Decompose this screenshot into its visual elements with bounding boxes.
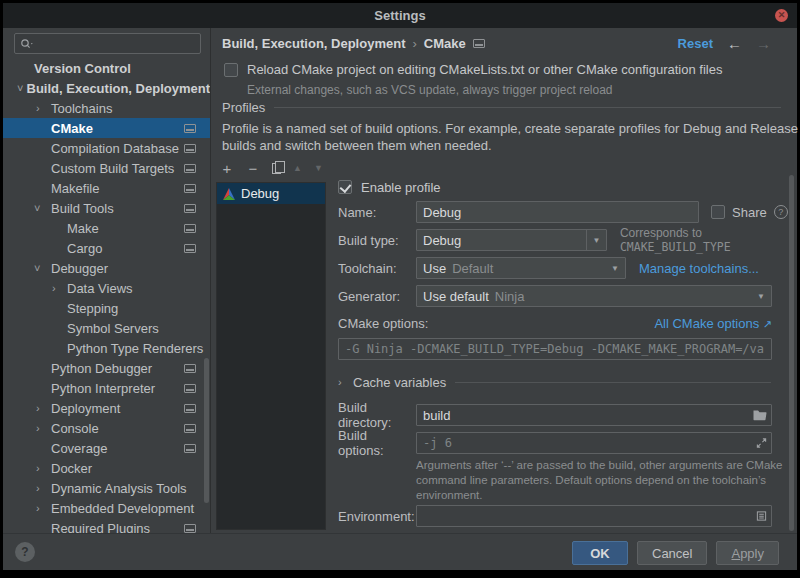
reset-link[interactable]: Reset bbox=[678, 36, 713, 51]
breadcrumb-part-1[interactable]: Build, Execution, Deployment bbox=[222, 36, 405, 51]
breadcrumb-part-2: CMake bbox=[424, 36, 466, 51]
share-help-icon[interactable]: ? bbox=[774, 205, 788, 219]
cache-variables-row[interactable]: › Cache variables bbox=[338, 372, 771, 392]
build-options-label: Build options: bbox=[338, 428, 416, 458]
chevron-down-icon: ▼ bbox=[586, 230, 606, 250]
manage-toolchains-link[interactable]: Manage toolchains... bbox=[639, 261, 759, 276]
chevron-down-icon: ▼ bbox=[605, 258, 625, 278]
chevron-right-icon: › bbox=[338, 376, 353, 388]
dialog-buttons: OK Cancel Apply bbox=[572, 541, 779, 565]
sidebar-item-embedded-development[interactable]: ›Embedded Development bbox=[3, 498, 210, 518]
chevron-right-icon: › bbox=[36, 502, 51, 514]
sidebar-item-coverage[interactable]: Coverage bbox=[3, 438, 210, 458]
cmake-options-field[interactable] bbox=[338, 338, 772, 360]
environment-label: Environment: bbox=[338, 509, 416, 524]
sidebar-item-cmake[interactable]: CMake bbox=[3, 118, 210, 138]
profiles-section-title: Profiles bbox=[222, 100, 265, 115]
build-options-field[interactable] bbox=[416, 432, 772, 454]
folder-icon[interactable] bbox=[753, 410, 767, 421]
name-field[interactable] bbox=[416, 201, 699, 223]
reload-cmake-checkbox[interactable] bbox=[224, 63, 238, 77]
sidebar-item-toolchains[interactable]: ›Toolchains bbox=[3, 98, 210, 118]
profile-name: Debug bbox=[241, 186, 279, 201]
sidebar-item-deployment[interactable]: ›Deployment bbox=[3, 398, 210, 418]
cmake-icon bbox=[223, 188, 235, 200]
sidebar-item-make[interactable]: Make bbox=[3, 218, 210, 238]
screen-icon bbox=[184, 144, 196, 153]
history-nav: Reset ← → bbox=[678, 32, 771, 54]
search-input[interactable] bbox=[14, 33, 201, 54]
content-scrollbar[interactable] bbox=[789, 175, 794, 531]
screen-icon bbox=[184, 204, 196, 213]
sidebar-item-cargo[interactable]: Cargo bbox=[3, 238, 210, 258]
cmake-options-label: CMake options: bbox=[338, 316, 428, 331]
build-options-hint: Arguments after ‘--’ are passed to the b… bbox=[416, 458, 788, 503]
build-type-select[interactable]: Debug ▼ bbox=[416, 229, 607, 251]
toolchain-select[interactable]: Use Default ▼ bbox=[416, 257, 626, 279]
remove-profile-button[interactable]: − bbox=[246, 161, 260, 176]
variables-list-icon[interactable] bbox=[756, 511, 767, 522]
copy-profile-button[interactable] bbox=[272, 163, 281, 174]
cmake-build-type-code: CMAKE_BUILD_TYPE bbox=[620, 240, 731, 254]
environment-field[interactable] bbox=[416, 505, 772, 527]
move-up-button: ▲ bbox=[293, 163, 302, 173]
generator-row: Generator: Use default Ninja ▼ bbox=[338, 285, 772, 307]
sidebar-item-python-debugger[interactable]: Python Debugger bbox=[3, 358, 210, 378]
profiles-section-header: Profiles bbox=[222, 100, 781, 115]
sidebar-item-debugger[interactable]: ˅Debugger bbox=[3, 258, 210, 278]
environment-wrap bbox=[416, 505, 772, 527]
add-profile-button[interactable]: + bbox=[220, 161, 234, 176]
chevron-right-icon: › bbox=[36, 102, 51, 114]
share-checkbox[interactable] bbox=[711, 205, 725, 219]
sidebar-item-docker[interactable]: ›Docker bbox=[3, 458, 210, 478]
cache-variables-label: Cache variables bbox=[353, 375, 446, 390]
sidebar-item-stepping[interactable]: Stepping bbox=[3, 298, 210, 318]
sidebar-item-python-type-renderers[interactable]: Python Type Renderers bbox=[3, 338, 210, 358]
reload-hint: External changes, such as VCS update, al… bbox=[247, 83, 613, 97]
sidebar-item-data-views[interactable]: ›Data Views bbox=[3, 278, 210, 298]
sidebar-item-custom-build-targets[interactable]: Custom Build Targets bbox=[3, 158, 210, 178]
chevron-right-icon: › bbox=[52, 282, 67, 294]
build-options-wrap bbox=[416, 432, 772, 454]
cmake-options-header: CMake options: All CMake options ↗ bbox=[338, 314, 772, 332]
toolchain-value: Default bbox=[452, 261, 493, 276]
sidebar-item-build-tools[interactable]: ˅Build Tools bbox=[3, 198, 210, 218]
profile-list-item-debug[interactable]: Debug bbox=[217, 183, 325, 204]
build-directory-field[interactable] bbox=[416, 404, 772, 426]
sidebar-item-compilation-database[interactable]: Compilation Database bbox=[3, 138, 210, 158]
back-arrow-icon[interactable]: ← bbox=[727, 35, 742, 52]
sidebar-item-python-interpreter[interactable]: Python Interpreter bbox=[3, 378, 210, 398]
screen-icon bbox=[184, 244, 196, 253]
sidebar-item-dynamic-analysis-tools[interactable]: ›Dynamic Analysis Tools bbox=[3, 478, 210, 498]
close-icon[interactable]: ✕ bbox=[775, 9, 788, 22]
window-title: Settings bbox=[374, 8, 425, 23]
chevron-right-icon: › bbox=[36, 402, 51, 414]
apply-button[interactable]: Apply bbox=[716, 541, 779, 565]
reload-cmake-label: Reload CMake project on editing CMakeLis… bbox=[247, 62, 722, 77]
toolchain-label: Toolchain: bbox=[338, 261, 416, 276]
environment-row: Environment: bbox=[338, 505, 772, 527]
cancel-button[interactable]: Cancel bbox=[637, 541, 707, 565]
sidebar-scrollbar[interactable] bbox=[204, 358, 209, 503]
titlebar: Settings ✕ bbox=[3, 3, 797, 28]
expand-icon[interactable] bbox=[756, 438, 767, 449]
screen-icon bbox=[473, 39, 485, 48]
external-link-icon: ↗ bbox=[763, 318, 772, 330]
screen-icon bbox=[184, 224, 196, 233]
all-cmake-options-link[interactable]: All CMake options ↗ bbox=[654, 316, 772, 331]
sidebar-item-console[interactable]: ›Console bbox=[3, 418, 210, 438]
sidebar-item-makefile[interactable]: Makefile bbox=[3, 178, 210, 198]
chevron-right-icon: › bbox=[36, 482, 51, 494]
sidebar-item-version-control[interactable]: Version Control bbox=[3, 58, 210, 78]
screen-icon bbox=[184, 404, 196, 413]
sidebar-item-symbol-servers[interactable]: Symbol Servers bbox=[3, 318, 210, 338]
ok-button[interactable]: OK bbox=[572, 541, 628, 565]
sidebar-item-required-plugins[interactable]: Required Plugins bbox=[3, 518, 210, 533]
name-label: Name: bbox=[338, 205, 416, 220]
chevron-right-icon: › bbox=[36, 462, 51, 474]
build-directory-row: Build directory: bbox=[338, 404, 772, 426]
sidebar-item-build-execution-deployment[interactable]: ˅Build, Execution, Deployment bbox=[3, 78, 210, 98]
help-icon[interactable]: ? bbox=[15, 542, 35, 562]
generator-select[interactable]: Use default Ninja ▼ bbox=[416, 285, 772, 307]
enable-profile-checkbox[interactable] bbox=[338, 180, 352, 194]
